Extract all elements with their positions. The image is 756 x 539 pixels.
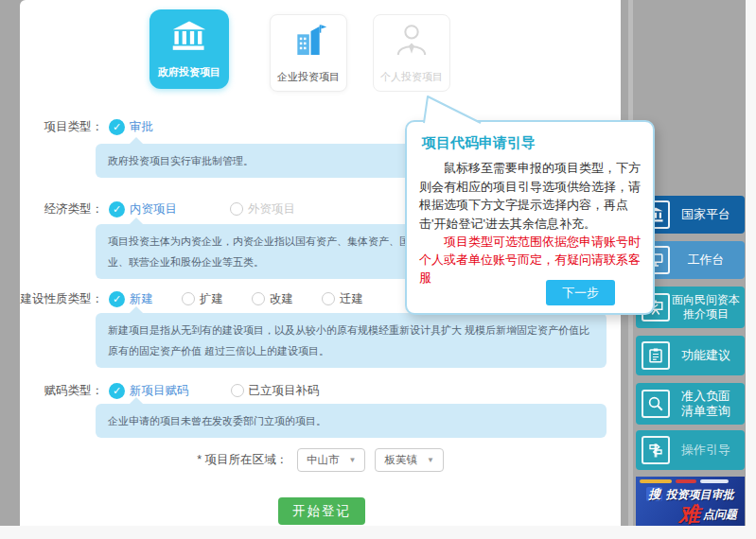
option-new-project-code[interactable]: ✓ 新项目赋码 — [109, 383, 189, 399]
guide-popup: 项目代码申请引导 鼠标移至需要申报的项目类型，下方则会有相应的项目引导选项供给选… — [405, 120, 655, 315]
option-new-build-label: 新建 — [130, 291, 153, 307]
card-personal-project: 个人投资项目 — [373, 14, 450, 92]
banner-title: 投资项目审批 — [666, 488, 734, 501]
option-relocate-label: 迁建 — [340, 291, 363, 307]
suggestion-icon — [642, 341, 670, 370]
sidebar-item-feature-suggestion[interactable]: 功能建议 — [636, 336, 745, 375]
card-enterprise-label: 企业投资项目 — [277, 70, 340, 84]
sidebar-item-label: 工作台 — [670, 252, 742, 268]
check-icon: ✓ — [109, 201, 125, 217]
coding-type-row: 赋码类型： ✓ 新项目赋码 已立项目补码 — [20, 381, 621, 400]
option-approval-label: 审批 — [130, 119, 153, 135]
town-select[interactable]: 板芙镇 ▼ — [375, 448, 443, 472]
city-select[interactable]: 中山市 ▼ — [297, 448, 365, 472]
city-select-value: 中山市 — [307, 453, 340, 467]
buildings-icon — [290, 22, 327, 63]
project-type-label: 项目类型： — [20, 119, 103, 135]
banner-subtitle: 点问题 — [703, 508, 737, 521]
card-enterprise-project[interactable]: 企业投资项目 — [270, 14, 347, 92]
option-existing-project-code[interactable]: 已立项目补码 — [231, 383, 320, 399]
coding-type-label: 赋码类型： — [20, 383, 103, 399]
sidebar-item-label: 操作引导 — [670, 443, 742, 458]
option-approval[interactable]: ✓ 审批 — [109, 119, 153, 135]
option-foreign-label: 外资项目 — [248, 201, 295, 217]
construction-type-info: 新建项目是指从无到有的建设项目，以及从较小的原有规模经重新设计具扩大 规模后新增… — [96, 313, 607, 368]
sidebar-item-label: 准入负面 清单查询 — [670, 389, 742, 420]
check-icon: ✓ — [109, 383, 125, 399]
next-step-button[interactable]: 下一步 — [546, 280, 615, 305]
popup-tail — [414, 95, 490, 124]
economic-type-label: 经济类型： — [20, 201, 103, 217]
radio-icon — [231, 384, 244, 397]
radio-icon — [182, 292, 195, 305]
sidebar-item-negative-list-query[interactable]: 准入负面 清单查询 — [636, 383, 745, 425]
sidebar-item-operation-guide[interactable]: 操作引导 — [636, 430, 745, 470]
check-icon: ✓ — [109, 291, 125, 307]
card-government-label: 政府投资项目 — [158, 65, 220, 79]
banner-search-char: 搜 — [646, 487, 662, 501]
start-registration-button[interactable]: 开始登记 — [278, 497, 365, 525]
sidebar-item-label: 面向民间资本 推介项目 — [670, 293, 742, 322]
option-foreign: 外资项目 — [230, 201, 295, 217]
option-rebuild-label: 改建 — [270, 291, 293, 307]
radio-icon — [252, 292, 265, 305]
banner-line2: 难 点问题 — [636, 500, 745, 526]
banner-badges — [636, 477, 745, 483]
radio-icon — [322, 292, 335, 305]
option-expand-label: 扩建 — [200, 291, 223, 307]
radio-icon — [230, 202, 243, 216]
chevron-down-icon: ▼ — [349, 456, 357, 464]
popup-body-text: 鼠标移至需要申报的项目类型，下方则会有相应的项目引导选项供给选择，请根据选项下方… — [419, 159, 641, 233]
option-expand[interactable]: 扩建 — [182, 291, 223, 307]
sidebar-item-label: 功能建议 — [670, 348, 742, 363]
option-relocate[interactable]: 迁建 — [322, 291, 363, 307]
option-domestic-label: 内资项目 — [130, 201, 177, 217]
town-select-value: 板芙镇 — [384, 453, 417, 467]
option-new-build[interactable]: ✓ 新建 — [109, 291, 153, 307]
banner-highlight-char: 难 — [679, 502, 700, 526]
card-personal-label: 个人投资项目 — [380, 70, 443, 84]
promo-banner[interactable]: 搜 投资项目审批 难 点问题 — [636, 477, 745, 526]
signpost-icon — [642, 436, 670, 464]
option-new-project-code-label: 新项目赋码 — [130, 383, 189, 399]
option-rebuild[interactable]: 改建 — [252, 291, 293, 307]
region-label: * 项目所在区域： — [197, 452, 288, 468]
check-icon: ✓ — [109, 119, 125, 135]
card-government-project[interactable]: 政府投资项目 — [149, 9, 229, 89]
search-icon — [642, 390, 670, 418]
region-row: * 项目所在区域： 中山市 ▼ 板芙镇 ▼ — [20, 448, 621, 472]
popup-title: 项目代码申请引导 — [422, 134, 638, 152]
coding-type-info: 企业申请的项目未曾在发改委部门立项的项目。 — [96, 404, 607, 438]
option-domestic[interactable]: ✓ 内资项目 — [109, 201, 177, 217]
person-icon — [393, 22, 431, 63]
sidebar-item-label: 国家平台 — [670, 207, 742, 222]
option-existing-project-code-label: 已立项目补码 — [249, 383, 320, 399]
bank-icon — [169, 19, 209, 59]
construction-type-label: 建设性质类型： — [20, 291, 103, 307]
chevron-down-icon: ▼ — [427, 456, 434, 464]
